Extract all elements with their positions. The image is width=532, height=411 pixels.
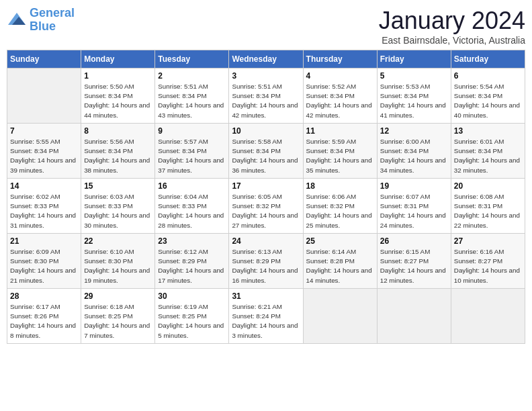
day-number: 31: [232, 291, 300, 301]
day-number: 16: [158, 181, 226, 191]
day-number: 30: [158, 291, 226, 301]
day-cell: 28Sunrise: 6:17 AM Sunset: 8:26 PM Dayli…: [7, 289, 81, 344]
day-number: 14: [10, 181, 78, 191]
day-number: 10: [232, 126, 300, 136]
day-cell: 14Sunrise: 6:02 AM Sunset: 8:33 PM Dayli…: [7, 179, 81, 234]
day-detail: Sunrise: 5:56 AM Sunset: 8:34 PM Dayligh…: [84, 137, 152, 175]
logo-line2: Blue: [30, 19, 56, 33]
day-detail: Sunrise: 6:13 AM Sunset: 8:29 PM Dayligh…: [232, 247, 300, 285]
day-detail: Sunrise: 6:02 AM Sunset: 8:33 PM Dayligh…: [10, 192, 78, 230]
day-number: 28: [10, 291, 78, 301]
day-detail: Sunrise: 5:57 AM Sunset: 8:34 PM Dayligh…: [158, 137, 226, 175]
month-title: January 2024: [379, 7, 525, 35]
day-number: 20: [454, 181, 522, 191]
day-detail: Sunrise: 6:00 AM Sunset: 8:34 PM Dayligh…: [380, 137, 448, 175]
day-number: 23: [158, 236, 226, 246]
day-detail: Sunrise: 6:06 AM Sunset: 8:32 PM Dayligh…: [306, 192, 374, 230]
day-number: 29: [84, 291, 152, 301]
day-detail: Sunrise: 5:58 AM Sunset: 8:34 PM Dayligh…: [232, 137, 300, 175]
day-detail: Sunrise: 6:07 AM Sunset: 8:31 PM Dayligh…: [380, 192, 448, 230]
day-number: 22: [84, 236, 152, 246]
logo-line1: General: [30, 6, 75, 19]
location: East Bairnsdale, Victoria, Australia: [379, 35, 525, 46]
day-cell: [7, 68, 81, 124]
day-cell: 4Sunrise: 5:52 AM Sunset: 8:34 PM Daylig…: [303, 68, 377, 124]
day-cell: 19Sunrise: 6:07 AM Sunset: 8:31 PM Dayli…: [377, 179, 451, 234]
day-cell: 22Sunrise: 6:10 AM Sunset: 8:30 PM Dayli…: [81, 234, 155, 289]
logo: General Blue: [7, 7, 75, 34]
day-number: 8: [84, 126, 152, 136]
weekday-header-sunday: Sunday: [7, 50, 81, 68]
day-number: 2: [158, 71, 226, 81]
day-cell: 10Sunrise: 5:58 AM Sunset: 8:34 PM Dayli…: [229, 124, 303, 179]
day-number: 12: [380, 126, 448, 136]
day-detail: Sunrise: 5:51 AM Sunset: 8:34 PM Dayligh…: [158, 82, 226, 120]
week-row-2: 7Sunrise: 5:55 AM Sunset: 8:34 PM Daylig…: [7, 124, 525, 179]
day-number: 4: [306, 71, 374, 81]
day-number: 27: [454, 236, 522, 246]
weekday-header-monday: Monday: [81, 50, 155, 68]
day-detail: Sunrise: 5:54 AM Sunset: 8:34 PM Dayligh…: [454, 82, 522, 120]
day-detail: Sunrise: 6:16 AM Sunset: 8:27 PM Dayligh…: [454, 247, 522, 285]
day-cell: 29Sunrise: 6:18 AM Sunset: 8:25 PM Dayli…: [81, 289, 155, 344]
day-number: 9: [158, 126, 226, 136]
weekday-header-friday: Friday: [377, 50, 451, 68]
day-detail: Sunrise: 6:17 AM Sunset: 8:26 PM Dayligh…: [10, 302, 78, 340]
day-cell: 23Sunrise: 6:12 AM Sunset: 8:29 PM Dayli…: [155, 234, 229, 289]
day-detail: Sunrise: 5:55 AM Sunset: 8:34 PM Dayligh…: [10, 137, 78, 175]
day-number: 13: [454, 126, 522, 136]
day-detail: Sunrise: 6:21 AM Sunset: 8:24 PM Dayligh…: [232, 302, 300, 340]
day-detail: Sunrise: 6:04 AM Sunset: 8:33 PM Dayligh…: [158, 192, 226, 230]
day-detail: Sunrise: 6:12 AM Sunset: 8:29 PM Dayligh…: [158, 247, 226, 285]
weekday-header-wednesday: Wednesday: [229, 50, 303, 68]
day-detail: Sunrise: 5:53 AM Sunset: 8:34 PM Dayligh…: [380, 82, 448, 120]
day-number: 17: [232, 181, 300, 191]
day-cell: [303, 289, 377, 344]
day-cell: 12Sunrise: 6:00 AM Sunset: 8:34 PM Dayli…: [377, 124, 451, 179]
day-cell: 2Sunrise: 5:51 AM Sunset: 8:34 PM Daylig…: [155, 68, 229, 124]
day-number: 7: [10, 126, 78, 136]
day-number: 15: [84, 181, 152, 191]
day-cell: 27Sunrise: 6:16 AM Sunset: 8:27 PM Dayli…: [451, 234, 525, 289]
day-detail: Sunrise: 6:01 AM Sunset: 8:34 PM Dayligh…: [454, 137, 522, 175]
week-row-1: 1Sunrise: 5:50 AM Sunset: 8:34 PM Daylig…: [7, 68, 525, 124]
day-cell: 9Sunrise: 5:57 AM Sunset: 8:34 PM Daylig…: [155, 124, 229, 179]
calendar-table: SundayMondayTuesdayWednesdayThursdayFrid…: [7, 50, 525, 344]
weekday-header-saturday: Saturday: [451, 50, 525, 68]
day-detail: Sunrise: 6:19 AM Sunset: 8:25 PM Dayligh…: [158, 302, 226, 340]
day-detail: Sunrise: 6:15 AM Sunset: 8:27 PM Dayligh…: [380, 247, 448, 285]
day-cell: 25Sunrise: 6:14 AM Sunset: 8:28 PM Dayli…: [303, 234, 377, 289]
day-number: 11: [306, 126, 374, 136]
day-cell: 1Sunrise: 5:50 AM Sunset: 8:34 PM Daylig…: [81, 68, 155, 124]
day-cell: 21Sunrise: 6:09 AM Sunset: 8:30 PM Dayli…: [7, 234, 81, 289]
day-detail: Sunrise: 5:51 AM Sunset: 8:34 PM Dayligh…: [232, 82, 300, 120]
day-cell: 15Sunrise: 6:03 AM Sunset: 8:33 PM Dayli…: [81, 179, 155, 234]
day-detail: Sunrise: 5:50 AM Sunset: 8:34 PM Dayligh…: [84, 82, 152, 120]
weekday-header-row: SundayMondayTuesdayWednesdayThursdayFrid…: [7, 50, 525, 68]
day-number: 1: [84, 71, 152, 81]
logo-icon: [7, 10, 27, 30]
day-number: 21: [10, 236, 78, 246]
logo-text: General Blue: [30, 7, 75, 34]
week-row-3: 14Sunrise: 6:02 AM Sunset: 8:33 PM Dayli…: [7, 179, 525, 234]
day-cell: 8Sunrise: 5:56 AM Sunset: 8:34 PM Daylig…: [81, 124, 155, 179]
day-detail: Sunrise: 6:03 AM Sunset: 8:33 PM Dayligh…: [84, 192, 152, 230]
day-cell: 7Sunrise: 5:55 AM Sunset: 8:34 PM Daylig…: [7, 124, 81, 179]
week-row-4: 21Sunrise: 6:09 AM Sunset: 8:30 PM Dayli…: [7, 234, 525, 289]
title-block: January 2024 East Bairnsdale, Victoria, …: [379, 7, 525, 46]
day-cell: 17Sunrise: 6:05 AM Sunset: 8:32 PM Dayli…: [229, 179, 303, 234]
day-number: 25: [306, 236, 374, 246]
day-number: 24: [232, 236, 300, 246]
week-row-5: 28Sunrise: 6:17 AM Sunset: 8:26 PM Dayli…: [7, 289, 525, 344]
day-detail: Sunrise: 6:10 AM Sunset: 8:30 PM Dayligh…: [84, 247, 152, 285]
day-detail: Sunrise: 6:05 AM Sunset: 8:32 PM Dayligh…: [232, 192, 300, 230]
day-cell: 26Sunrise: 6:15 AM Sunset: 8:27 PM Dayli…: [377, 234, 451, 289]
day-cell: 31Sunrise: 6:21 AM Sunset: 8:24 PM Dayli…: [229, 289, 303, 344]
day-detail: Sunrise: 5:59 AM Sunset: 8:34 PM Dayligh…: [306, 137, 374, 175]
day-cell: 11Sunrise: 5:59 AM Sunset: 8:34 PM Dayli…: [303, 124, 377, 179]
day-number: 19: [380, 181, 448, 191]
day-cell: 16Sunrise: 6:04 AM Sunset: 8:33 PM Dayli…: [155, 179, 229, 234]
day-cell: 18Sunrise: 6:06 AM Sunset: 8:32 PM Dayli…: [303, 179, 377, 234]
day-cell: 6Sunrise: 5:54 AM Sunset: 8:34 PM Daylig…: [451, 68, 525, 124]
day-cell: [377, 289, 451, 344]
